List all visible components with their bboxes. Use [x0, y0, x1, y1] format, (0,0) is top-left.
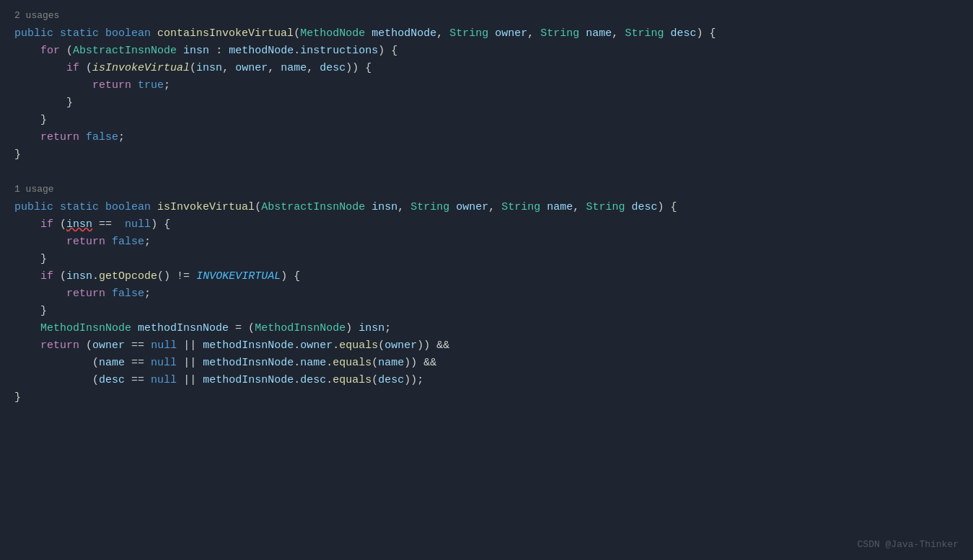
- code-line: }: [14, 112, 959, 129]
- code-block-2: public static boolean isInvokeVirtual(Ab…: [14, 199, 959, 406]
- usage-label-1: 2 usages: [14, 9, 959, 24]
- code-container: 2 usages public static boolean containsI…: [0, 0, 973, 560]
- spacer: [14, 169, 959, 182]
- code-line: return false;: [14, 234, 959, 251]
- code-line: if (insn == null) {: [14, 216, 959, 234]
- usage-label-2: 1 usage: [14, 182, 959, 197]
- code-line: }: [14, 389, 959, 406]
- code-line: return false;: [14, 129, 959, 146]
- code-line: (name == null || methodInsnNode.name.equ…: [14, 355, 959, 372]
- code-line: }: [14, 251, 959, 268]
- code-block-1: public static boolean containsInvokeVirt…: [14, 25, 959, 164]
- code-line: MethodInsnNode methodInsnNode = (MethodI…: [14, 320, 959, 337]
- code-line: }: [14, 94, 959, 112]
- code-line: public static boolean containsInvokeVirt…: [14, 25, 959, 43]
- code-line: for (AbstractInsnNode insn : methodNode.…: [14, 43, 959, 60]
- code-line: return false;: [14, 285, 959, 303]
- code-line: public static boolean isInvokeVirtual(Ab…: [14, 199, 959, 216]
- code-line: if (isInvokeVirtual(insn, owner, name, d…: [14, 60, 959, 77]
- code-line: }: [14, 146, 959, 164]
- code-line: if (insn.getOpcode() != INVOKEVIRTUAL) {: [14, 268, 959, 285]
- code-line: }: [14, 303, 959, 320]
- code-line: (desc == null || methodInsnNode.desc.equ…: [14, 372, 959, 389]
- watermark: CSDN @Java-Thinker: [858, 538, 959, 553]
- code-line: return (owner == null || methodInsnNode.…: [14, 337, 959, 355]
- code-line: return true;: [14, 77, 959, 94]
